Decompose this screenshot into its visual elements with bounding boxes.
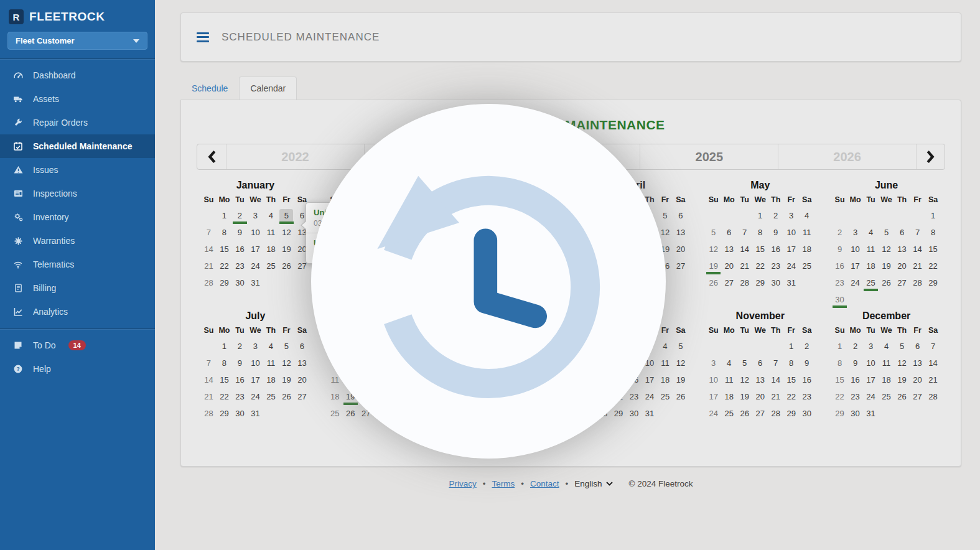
calendar-day[interactable]: 30 (799, 405, 814, 422)
calendar-day[interactable]: 10 (863, 355, 879, 371)
calendar-day[interactable]: 14 (737, 241, 752, 258)
calendar-day[interactable]: 6 (721, 224, 737, 241)
calendar-day[interactable]: 31 (248, 405, 263, 422)
calendar-day[interactable]: 10 (248, 224, 263, 241)
calendar-day[interactable]: 23 (768, 258, 783, 274)
calendar-day[interactable]: 5 (673, 338, 688, 355)
calendar-day[interactable]: 11 (863, 241, 879, 258)
calendar-day[interactable]: 13 (721, 241, 737, 258)
sidebar-item-telematics[interactable]: Telematics (0, 253, 155, 276)
sidebar-item-help[interactable]: ?Help (0, 357, 155, 381)
calendar-day[interactable]: 13 (894, 241, 910, 258)
calendar-day[interactable]: 27 (910, 388, 925, 405)
calendar-day[interactable]: 28 (737, 274, 752, 291)
calendar-day[interactable]: 18 (799, 241, 814, 258)
calendar-day[interactable]: 12 (879, 241, 894, 258)
language-selector[interactable]: English (574, 479, 612, 488)
calendar-day[interactable]: 23 (847, 388, 863, 405)
calendar-day[interactable]: 28 (201, 274, 217, 291)
calendar-day[interactable]: 9 (847, 355, 863, 371)
calendar-day[interactable]: 22 (832, 388, 847, 405)
calendar-day[interactable]: 17 (783, 241, 799, 258)
calendar-day[interactable]: 9 (768, 224, 783, 241)
calendar-day[interactable]: 24 (248, 388, 263, 405)
sidebar-item-assets[interactable]: Assets (0, 87, 155, 111)
calendar-day[interactable]: 16 (232, 241, 248, 258)
calendar-day[interactable]: 10 (248, 355, 263, 371)
calendar-day[interactable]: 11 (263, 224, 279, 241)
calendar-day[interactable]: 19 (673, 371, 688, 388)
calendar-day[interactable]: 5 (706, 224, 721, 241)
sidebar-item-dashboard[interactable]: Dashboard (0, 63, 155, 87)
calendar-day[interactable]: 19 (279, 241, 294, 258)
calendar-day[interactable]: 30 (768, 274, 783, 291)
calendar-day[interactable]: 1 (752, 207, 768, 224)
calendar-day[interactable]: 15 (217, 241, 232, 258)
calendar-day[interactable]: 11 (799, 224, 814, 241)
calendar-day[interactable]: 6 (894, 224, 910, 241)
calendar-day[interactable]: 27 (894, 274, 910, 291)
calendar-day[interactable]: 24 (642, 388, 657, 405)
calendar-day[interactable]: 2 (232, 207, 248, 224)
calendar-day[interactable]: 24 (706, 405, 721, 422)
sidebar-item-inventory[interactable]: Inventory (0, 205, 155, 229)
calendar-day[interactable]: 26 (894, 388, 910, 405)
calendar-day[interactable]: 3 (783, 207, 799, 224)
calendar-day[interactable]: 12 (706, 241, 721, 258)
calendar-day[interactable]: 7 (201, 224, 217, 241)
calendar-day[interactable]: 19 (279, 371, 294, 388)
calendar-day[interactable]: 9 (799, 355, 814, 371)
calendar-day[interactable]: 21 (201, 258, 217, 274)
calendar-day[interactable]: 21 (768, 388, 783, 405)
calendar-day[interactable]: 18 (879, 371, 894, 388)
calendar-day[interactable]: 30 (832, 291, 847, 308)
sidebar-item-to-do[interactable]: To Do14 (0, 333, 155, 357)
tab-calendar[interactable]: Calendar (239, 77, 297, 100)
calendar-day[interactable]: 25 (721, 405, 737, 422)
calendar-day[interactable]: 24 (863, 388, 879, 405)
menu-icon[interactable] (197, 30, 209, 44)
calendar-day[interactable]: 4 (657, 338, 673, 355)
calendar-day[interactable]: 6 (910, 338, 925, 355)
terms-link[interactable]: Terms (492, 479, 515, 488)
calendar-day[interactable]: 25 (799, 258, 814, 274)
calendar-day[interactable]: 6 (294, 338, 310, 355)
calendar-day[interactable]: 29 (217, 274, 232, 291)
calendar-day[interactable]: 18 (863, 258, 879, 274)
calendar-day[interactable]: 31 (783, 274, 799, 291)
sidebar-item-scheduled-maintenance[interactable]: Scheduled Maintenance (0, 134, 155, 158)
calendar-day[interactable]: 18 (263, 241, 279, 258)
calendar-day[interactable]: 11 (263, 355, 279, 371)
calendar-day[interactable]: 1 (925, 207, 941, 224)
calendar-day[interactable]: 15 (217, 371, 232, 388)
calendar-day[interactable]: 27 (752, 405, 768, 422)
calendar-day[interactable]: 31 (248, 274, 263, 291)
calendar-day[interactable]: 12 (894, 355, 910, 371)
calendar-day[interactable]: 17 (642, 371, 657, 388)
calendar-day[interactable]: 22 (217, 258, 232, 274)
calendar-day[interactable]: 12 (737, 371, 752, 388)
calendar-day[interactable]: 23 (232, 258, 248, 274)
calendar-day[interactable]: 15 (752, 241, 768, 258)
calendar-day[interactable]: 11 (879, 355, 894, 371)
calendar-day[interactable]: 16 (799, 371, 814, 388)
calendar-day[interactable]: 28 (910, 274, 925, 291)
calendar-day[interactable]: 26 (706, 274, 721, 291)
calendar-day[interactable]: 22 (217, 388, 232, 405)
calendar-day[interactable]: 20 (673, 241, 688, 258)
calendar-day[interactable]: 28 (768, 405, 783, 422)
calendar-day[interactable]: 14 (910, 241, 925, 258)
calendar-day[interactable]: 21 (925, 371, 941, 388)
calendar-day[interactable]: 10 (783, 224, 799, 241)
calendar-day[interactable]: 5 (879, 224, 894, 241)
sidebar-item-issues[interactable]: Issues (0, 158, 155, 182)
calendar-day[interactable]: 25 (327, 405, 343, 422)
calendar-day[interactable]: 23 (799, 388, 814, 405)
calendar-day[interactable]: 5 (279, 338, 294, 355)
calendar-day[interactable]: 18 (263, 371, 279, 388)
calendar-day[interactable]: 5 (279, 207, 294, 224)
calendar-day[interactable]: 19 (737, 388, 752, 405)
sidebar-item-warranties[interactable]: Warranties (0, 229, 155, 253)
calendar-day[interactable]: 4 (879, 338, 894, 355)
calendar-day[interactable]: 8 (217, 355, 232, 371)
